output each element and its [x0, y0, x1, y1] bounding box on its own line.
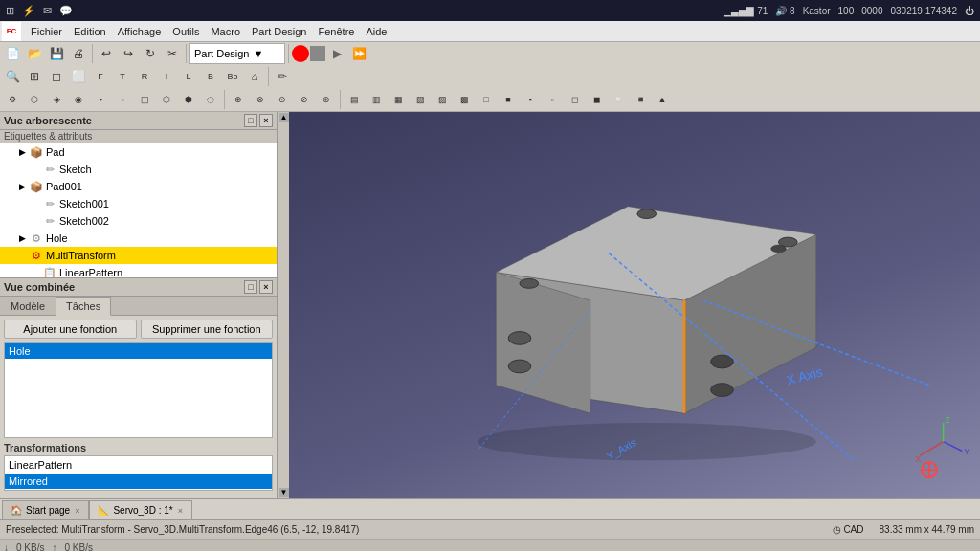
menu-fichier[interactable]: Fichier: [25, 24, 68, 39]
left-scrollbar[interactable]: ▲ ▼: [278, 112, 289, 498]
view-back-btn[interactable]: B: [200, 66, 221, 87]
sketch-icon[interactable]: ✏: [272, 66, 293, 87]
tool-8[interactable]: ⬡: [156, 89, 177, 110]
tool-21[interactable]: ▩: [454, 89, 475, 110]
tool-23[interactable]: ■: [498, 89, 519, 110]
panel-icon-2[interactable]: ×: [259, 114, 273, 127]
menu-aide[interactable]: Aide: [360, 24, 392, 39]
tool-2[interactable]: ⬡: [24, 89, 45, 110]
play-btn[interactable]: ▶: [326, 43, 347, 64]
tool-6[interactable]: ▫: [112, 89, 133, 110]
tool-13[interactable]: ⊙: [272, 89, 293, 110]
undo-btn[interactable]: ↩: [96, 43, 117, 64]
remove-function-btn[interactable]: Supprimer une fonction: [141, 320, 274, 339]
viewport[interactable]: X Axis Y_Axis X Y Z: [289, 112, 980, 498]
tool-29[interactable]: ◾: [630, 89, 651, 110]
dimensions: 83.33 mm x 44.79 mm: [880, 524, 974, 535]
view-home-btn[interactable]: ⌂: [244, 66, 265, 87]
sys-left: ⊞ ⚡ ✉ 💬: [6, 5, 73, 17]
menu-outils[interactable]: Outils: [167, 24, 205, 39]
tool-12[interactable]: ⊗: [250, 89, 271, 110]
stop-btn[interactable]: [310, 46, 325, 61]
tree-icon-pad: 📦: [29, 144, 44, 160]
view-cube-btn[interactable]: ⬜: [68, 66, 89, 87]
print-btn[interactable]: 🖨: [68, 43, 89, 64]
view-top-btn[interactable]: T: [112, 66, 133, 87]
tool-22[interactable]: □: [476, 89, 497, 110]
transform-linearpattern[interactable]: LinearPattern: [5, 457, 272, 473]
tree-item-lp[interactable]: 📋 LinearPattern: [0, 264, 277, 277]
tool-25[interactable]: ▫: [542, 89, 563, 110]
zoom-btn[interactable]: 🔍: [2, 66, 23, 87]
view-left-btn[interactable]: L: [178, 66, 199, 87]
combined-icon-2[interactable]: ×: [259, 280, 273, 294]
tool-11[interactable]: ⊕: [228, 89, 249, 110]
redo-btn[interactable]: ↪: [118, 43, 139, 64]
tree-item-multitransform[interactable]: ⚙ MultiTransform: [0, 247, 277, 264]
panel-icon-1[interactable]: □: [244, 114, 257, 127]
shadow: [478, 423, 816, 460]
tree-item-pad001[interactable]: ▶ 📦 Pad001: [0, 178, 277, 195]
combined-icon-1[interactable]: □: [244, 280, 257, 294]
menu-affichage[interactable]: Affichage: [112, 24, 167, 39]
tool-9[interactable]: ⬢: [178, 89, 199, 110]
tool-24[interactable]: ▪: [520, 89, 541, 110]
transform-title: Transformations: [4, 442, 273, 453]
view-iso-btn[interactable]: I: [156, 66, 177, 87]
menu-partdesign[interactable]: Part Design: [246, 24, 312, 39]
menu-edition[interactable]: Edition: [68, 24, 112, 39]
menu-macro[interactable]: Macro: [205, 24, 246, 39]
cut-btn[interactable]: ✂: [162, 43, 183, 64]
tree-item-pad[interactable]: ▶ 📦 Pad: [0, 143, 277, 161]
view-bottom-btn[interactable]: Bo: [222, 66, 243, 87]
fast-fwd-btn[interactable]: ⏩: [348, 43, 369, 64]
record-btn[interactable]: [292, 45, 309, 62]
tool-19[interactable]: ▧: [410, 89, 431, 110]
save-btn[interactable]: 💾: [46, 43, 67, 64]
tab-taches[interactable]: Tâches: [56, 297, 111, 316]
toolbar-row-3: ⚙ ⬡ ◈ ◉ ▪ ▫ ◫ ⬡ ⬢ ◌ ⊕ ⊗ ⊙ ⊘ ⊛ ▤ ▥ ▦ ▧ ▨ …: [0, 88, 980, 111]
tree-item-hole[interactable]: ▶ ⚙ Hole: [0, 230, 277, 247]
tree-item-sketch002[interactable]: ✏ Sketch002: [0, 212, 277, 230]
start-page-close[interactable]: ×: [74, 506, 80, 516]
tool-10[interactable]: ◌: [200, 89, 221, 110]
tool-30[interactable]: ▲: [652, 89, 673, 110]
network-strength: ▁▃▅▇ 71: [724, 6, 768, 16]
tool-16[interactable]: ▤: [344, 89, 365, 110]
tool-28[interactable]: ◽: [608, 89, 629, 110]
refresh-btn[interactable]: ↻: [140, 43, 161, 64]
tree-item-sketch[interactable]: ✏ Sketch: [0, 161, 277, 178]
tool-3[interactable]: ◈: [46, 89, 67, 110]
feature-item-hole[interactable]: Hole: [5, 343, 272, 359]
servo3d-close[interactable]: ×: [177, 506, 184, 516]
tool-17[interactable]: ▥: [366, 89, 387, 110]
axis-indicator: X Y Z: [915, 415, 969, 464]
tool-20[interactable]: ▨: [432, 89, 453, 110]
tool-4[interactable]: ◉: [68, 89, 89, 110]
tool-7[interactable]: ◫: [134, 89, 155, 110]
tool-18[interactable]: ▦: [388, 89, 409, 110]
transform-mirrored[interactable]: Mirrored: [5, 474, 272, 489]
view-right-btn[interactable]: R: [134, 66, 155, 87]
add-function-btn[interactable]: Ajouter une fonction: [4, 320, 137, 339]
new-btn[interactable]: 📄: [2, 43, 23, 64]
tree-item-sketch001[interactable]: ✏ Sketch001: [0, 195, 277, 212]
task-buttons: Ajouter une fonction Supprimer une fonct…: [0, 316, 277, 342]
menu-fenetre[interactable]: Fenêtre: [313, 24, 361, 39]
open-btn[interactable]: 📂: [24, 43, 45, 64]
view3d-btn[interactable]: ◻: [46, 66, 67, 87]
tab-servo3d[interactable]: 📐 Servo_3D : 1* ×: [89, 500, 192, 519]
tool-15[interactable]: ⊛: [316, 89, 337, 110]
tool-1[interactable]: ⚙: [2, 89, 23, 110]
workbench-dropdown[interactable]: Part Design ▼: [189, 43, 285, 64]
volume-icon: 🔊 8: [775, 6, 794, 16]
tab-start-page[interactable]: 🏠 Start page ×: [2, 500, 89, 519]
tool-5[interactable]: ▪: [90, 89, 111, 110]
tool-26[interactable]: ◻: [564, 89, 585, 110]
tool-27[interactable]: ◼: [586, 89, 607, 110]
sep2: [186, 44, 187, 63]
tab-modele[interactable]: Modèle: [0, 297, 56, 315]
tool-14[interactable]: ⊘: [294, 89, 315, 110]
view-front-btn[interactable]: F: [90, 66, 111, 87]
zoom-fit-btn[interactable]: ⊞: [24, 66, 45, 87]
